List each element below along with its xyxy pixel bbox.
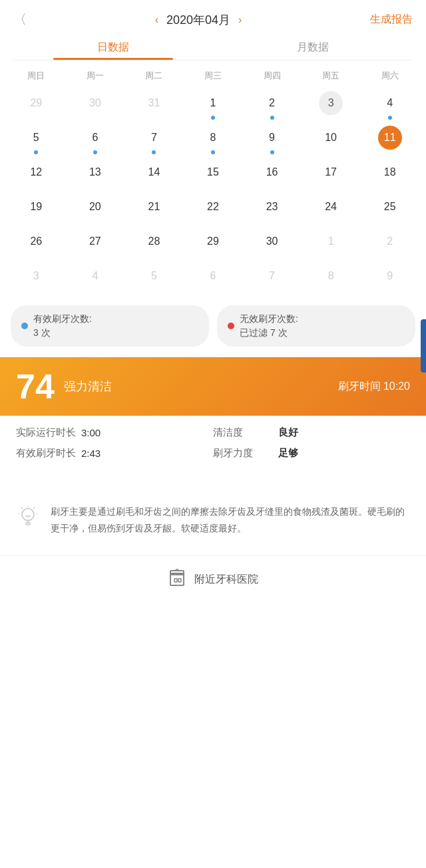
info-text: 刷牙主要是通过刷毛和牙齿之间的摩擦去除牙齿及牙缝里的食物残渣及菌斑。硬毛刷的更干… bbox=[51, 504, 410, 537]
day-number: 30 bbox=[260, 229, 284, 253]
day-number: 30 bbox=[83, 91, 107, 115]
valid-duration-value: 2:43 bbox=[81, 448, 101, 459]
weekday-wed: 周三 bbox=[184, 67, 243, 84]
calendar-day-26[interactable]: 26 bbox=[7, 225, 66, 260]
info-section: 刷牙主要是通过刷毛和牙齿之间的摩擦去除牙齿及牙缝里的食物残渣及菌斑。硬毛刷的更干… bbox=[0, 484, 426, 550]
weekday-sun: 周日 bbox=[7, 67, 66, 84]
day-number: 24 bbox=[319, 195, 343, 219]
valid-brushing-text: 有效刷牙次数: 3 次 bbox=[33, 312, 92, 340]
bulb-icon bbox=[16, 505, 40, 529]
day-number: 18 bbox=[378, 160, 402, 184]
clean-degree-label: 清洁度 bbox=[213, 426, 273, 439]
svg-line-5 bbox=[33, 507, 35, 509]
calendar-day-5[interactable]: 5 bbox=[7, 122, 66, 156]
calendar-day-27[interactable]: 27 bbox=[66, 225, 125, 260]
valid-brushing-pill: 有效刷牙次数: 3 次 bbox=[11, 305, 209, 347]
calendar-day-2[interactable]: 2 bbox=[360, 225, 419, 260]
calendar-day-23[interactable]: 23 bbox=[242, 191, 302, 225]
calendar-day-9[interactable]: 9 bbox=[242, 122, 302, 156]
generate-report-button[interactable]: 生成报告 bbox=[370, 13, 413, 27]
day-number: 20 bbox=[83, 195, 107, 219]
calendar-day-25[interactable]: 25 bbox=[360, 191, 419, 225]
calendar-day-9[interactable]: 9 bbox=[360, 260, 419, 295]
svg-line-7 bbox=[21, 507, 23, 509]
dental-building-icon bbox=[168, 568, 186, 591]
calendar-day-4[interactable]: 4 bbox=[360, 87, 419, 122]
day-number: 7 bbox=[142, 126, 166, 150]
score-number: 74 bbox=[16, 369, 55, 404]
day-number: 3 bbox=[24, 264, 48, 288]
valid-duration-label: 有效刷牙时长 bbox=[16, 447, 76, 460]
calendar-day-1[interactable]: 1 bbox=[302, 225, 361, 260]
calendar-day-6[interactable]: 6 bbox=[66, 122, 125, 156]
calendar-day-21[interactable]: 21 bbox=[124, 191, 184, 225]
right-accent-bar bbox=[421, 319, 426, 372]
calendar-day-29[interactable]: 29 bbox=[7, 87, 66, 122]
calendar-day-16[interactable]: 16 bbox=[242, 156, 302, 191]
calendar-day-6[interactable]: 6 bbox=[184, 260, 243, 295]
stats-row-1: 实际运行时长 3:00 清洁度 良好 bbox=[16, 426, 410, 439]
day-number: 29 bbox=[201, 229, 225, 253]
day-dot-blue bbox=[93, 150, 97, 154]
day-number: 5 bbox=[24, 126, 48, 150]
calendar-day-3[interactable]: 3 bbox=[302, 87, 361, 122]
day-number: 8 bbox=[201, 126, 225, 150]
tab-month-data[interactable]: 月数据 bbox=[213, 34, 413, 60]
day-dot-blue bbox=[152, 150, 156, 154]
tab-day-data[interactable]: 日数据 bbox=[13, 34, 213, 60]
calendar-day-10[interactable]: 10 bbox=[302, 122, 361, 156]
svg-rect-11 bbox=[174, 579, 177, 582]
calendar-day-30[interactable]: 30 bbox=[242, 225, 302, 260]
calendar-day-7[interactable]: 7 bbox=[124, 122, 184, 156]
calendar-day-30[interactable]: 30 bbox=[66, 87, 125, 122]
day-number: 31 bbox=[142, 91, 166, 115]
prev-month-button[interactable]: ‹ bbox=[155, 14, 158, 26]
calendar-day-24[interactable]: 24 bbox=[302, 191, 361, 225]
calendar-day-12[interactable]: 12 bbox=[7, 156, 66, 191]
calendar-grid: 2930311234567891011121314151617181920212… bbox=[7, 87, 419, 295]
invalid-brushing-text: 无效刷牙次数: 已过滤 7 次 bbox=[240, 312, 298, 340]
calendar-day-7[interactable]: 7 bbox=[242, 260, 302, 295]
nearby-dental-label: 附近牙科医院 bbox=[194, 573, 258, 587]
calendar-day-17[interactable]: 17 bbox=[302, 156, 361, 191]
next-month-button[interactable]: › bbox=[238, 14, 242, 26]
calendar-day-2[interactable]: 2 bbox=[242, 87, 302, 122]
calendar-day-11[interactable]: 11 bbox=[360, 122, 419, 156]
day-number: 15 bbox=[201, 160, 225, 184]
actual-duration-stat: 实际运行时长 3:00 bbox=[16, 426, 213, 439]
nearby-dental-button[interactable]: 附近牙科医院 bbox=[0, 555, 426, 603]
calendar-day-20[interactable]: 20 bbox=[66, 191, 125, 225]
calendar-day-8[interactable]: 8 bbox=[184, 122, 243, 156]
calendar-day-5[interactable]: 5 bbox=[124, 260, 184, 295]
calendar-day-3[interactable]: 3 bbox=[7, 260, 66, 295]
weekday-sat: 周六 bbox=[360, 67, 419, 84]
day-number: 23 bbox=[260, 195, 284, 219]
calendar-day-14[interactable]: 14 bbox=[124, 156, 184, 191]
day-dot-blue bbox=[211, 116, 215, 120]
back-button[interactable]: 〈 bbox=[13, 11, 27, 29]
calendar-day-8[interactable]: 8 bbox=[302, 260, 361, 295]
calendar-day-15[interactable]: 15 bbox=[184, 156, 243, 191]
calendar-day-31[interactable]: 31 bbox=[124, 87, 184, 122]
day-number: 8 bbox=[319, 264, 343, 288]
calendar-day-28[interactable]: 28 bbox=[124, 225, 184, 260]
day-number: 11 bbox=[378, 126, 402, 150]
calendar-day-4[interactable]: 4 bbox=[66, 260, 125, 295]
weekday-mon: 周一 bbox=[66, 67, 125, 84]
valid-dot-indicator bbox=[21, 323, 28, 329]
calendar-day-13[interactable]: 13 bbox=[66, 156, 125, 191]
day-dot-blue bbox=[211, 150, 215, 154]
stats-section: 实际运行时长 3:00 清洁度 良好 有效刷牙时长 2:43 刷牙力度 足够 bbox=[0, 416, 426, 478]
day-number: 6 bbox=[201, 264, 225, 288]
calendar-day-29[interactable]: 29 bbox=[184, 225, 243, 260]
calendar-day-19[interactable]: 19 bbox=[7, 191, 66, 225]
score-mode-label: 强力清洁 bbox=[64, 378, 112, 394]
day-number: 3 bbox=[319, 91, 343, 115]
calendar-day-22[interactable]: 22 bbox=[184, 191, 243, 225]
calendar-day-18[interactable]: 18 bbox=[360, 156, 419, 191]
calendar-day-1[interactable]: 1 bbox=[184, 87, 243, 122]
day-number: 13 bbox=[83, 160, 107, 184]
day-number: 1 bbox=[201, 91, 225, 115]
day-number: 12 bbox=[24, 160, 48, 184]
invalid-dot-indicator bbox=[228, 323, 234, 329]
